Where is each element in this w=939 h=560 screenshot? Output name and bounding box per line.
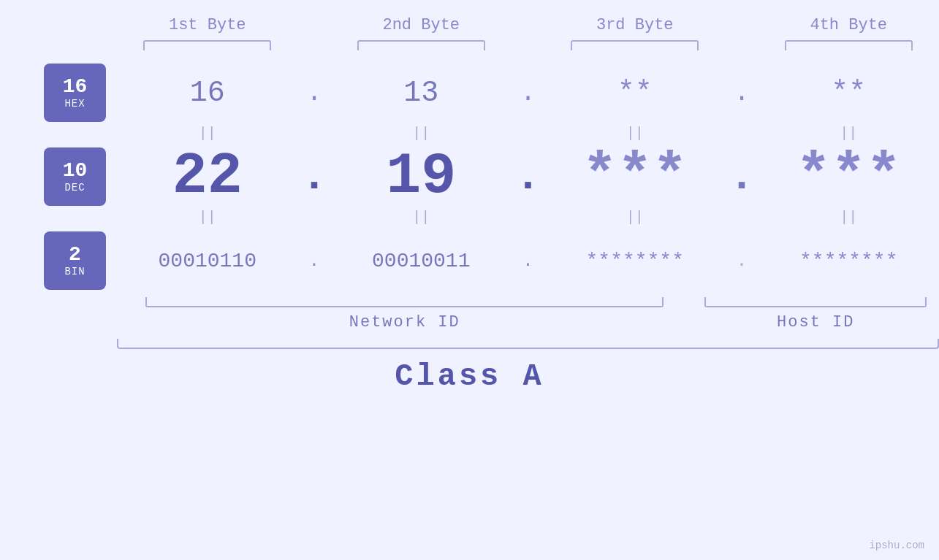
hex-row: 16 HEX 16 . 13 . ** . ** [0,64,939,122]
bracket-byte4 [785,40,913,50]
dec-b2: 19 [331,147,512,206]
bottom-brackets [0,297,939,307]
hex-b3: ** [544,77,726,110]
dec-b3: *** [544,147,726,206]
dec-sep1: . [298,155,331,199]
byte-headers: 1st Byte 2nd Byte 3rd Byte 4th Byte [0,16,939,34]
equals-row-1: || || || || [0,125,939,142]
bin-badge: 2 BIN [44,231,106,290]
bin-row: 2 BIN 00010110 . 00010011 . ******** . [0,231,939,290]
dec-b4: *** [759,147,940,206]
bin-sep2: . [512,251,544,271]
network-id-label: Network ID [117,313,693,331]
bracket-byte3 [571,40,699,50]
equals-row-2: || || || || [0,209,939,226]
hex-b1: 16 [117,77,298,110]
byte1-header: 1st Byte [117,16,298,34]
id-labels: Network ID Host ID [0,313,939,331]
class-label: Class A [395,359,544,394]
bottom-bracket-host [704,297,927,307]
hex-sep2: . [512,78,544,108]
host-id-label: Host ID [693,313,940,331]
dec-b1: 22 [117,147,298,206]
hex-sep3: . [726,78,759,108]
main-container: 1st Byte 2nd Byte 3rd Byte 4th Byte [0,0,939,560]
dec-sep2: . [512,155,544,199]
bottom-bracket-network [145,297,664,307]
dec-row: 10 DEC 22 . 19 . *** . *** [0,147,939,206]
dec-badge: 10 DEC [44,147,106,206]
bracket-byte2 [357,40,485,50]
byte2-header: 2nd Byte [331,16,512,34]
byte4-header: 4th Byte [759,16,940,34]
outer-bracket-row [0,339,939,349]
bracket-byte1 [143,40,271,50]
bin-sep3: . [726,251,759,271]
bin-b3: ******** [544,250,726,272]
dec-sep3: . [726,155,759,199]
bin-b4: ******** [759,250,940,272]
bin-sep1: . [298,251,331,271]
bin-b2: 00010011 [331,250,512,272]
outer-bracket [117,339,939,349]
top-brackets [0,40,939,50]
hex-badge: 16 HEX [44,64,106,122]
byte3-header: 3rd Byte [544,16,726,34]
hex-b4: ** [759,77,940,110]
hex-sep1: . [298,78,331,108]
hex-b2: 13 [331,77,512,110]
bin-b1: 00010110 [117,250,298,272]
watermark: ipshu.com [869,540,924,551]
